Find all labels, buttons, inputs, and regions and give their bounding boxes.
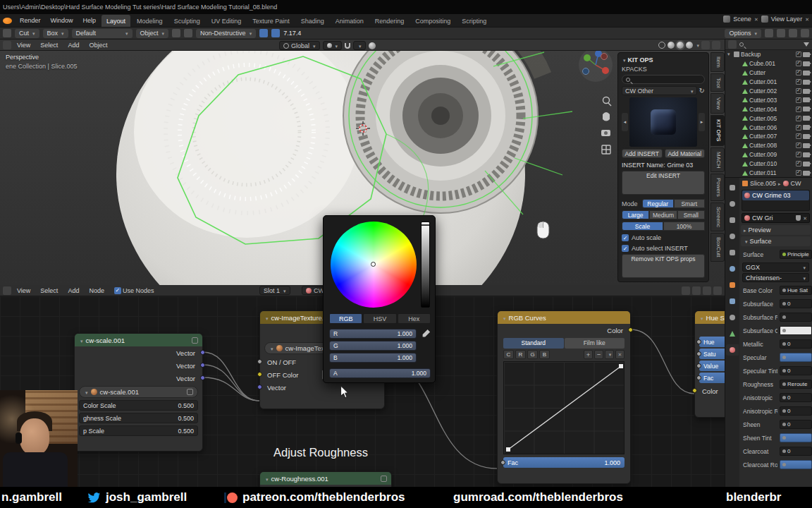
tab-physics[interactable] (726, 312, 739, 323)
unlink-icon[interactable] (803, 214, 807, 222)
snap-icon[interactable] (184, 29, 192, 37)
next-insert-button[interactable] (699, 113, 705, 131)
color-wheel-cursor[interactable] (371, 262, 376, 267)
exclude-checkbox[interactable] (796, 97, 801, 103)
exclude-checkbox[interactable] (796, 161, 801, 167)
menubar-menu[interactable]: Render (16, 17, 45, 24)
property-value[interactable]: 0 (780, 299, 812, 308)
workspace-tab[interactable]: Modeling (132, 15, 168, 27)
node-value-slider[interactable]: ghness Scale 0.500 (79, 413, 198, 423)
exclude-checkbox[interactable] (796, 79, 801, 85)
overlay-toggle-icon[interactable] (801, 29, 809, 37)
exclude-checkbox[interactable] (796, 52, 801, 57)
fac-input-socket[interactable] (500, 460, 505, 465)
outliner-item[interactable]: Cutter.001 (725, 78, 812, 87)
tab-object-data[interactable] (726, 328, 739, 339)
expand-arrow-icon[interactable] (727, 52, 732, 57)
kpack-dropdown[interactable]: CW Other (622, 86, 697, 95)
curve-channel-button[interactable]: B (539, 350, 550, 359)
vector-output-socket[interactable] (200, 363, 205, 368)
render-visibility-icon[interactable] (803, 171, 810, 176)
viewport-menu[interactable]: View (13, 42, 35, 49)
blender-logo-icon[interactable] (3, 18, 12, 24)
render-visibility-icon[interactable] (803, 71, 810, 75)
auto-scale-checkbox[interactable] (622, 234, 629, 241)
render-visibility-icon[interactable] (803, 97, 810, 102)
color-output-socket[interactable] (628, 327, 633, 332)
node-editor-menu[interactable]: Add (63, 287, 83, 294)
material-datablock-field[interactable]: CW Gri (742, 213, 810, 223)
snap-icon[interactable] (692, 286, 701, 295)
outliner-item[interactable]: Cube.001 (725, 59, 812, 68)
orientation-dropdown[interactable]: Object (136, 29, 169, 38)
menubar-menu[interactable]: Window (47, 17, 78, 24)
workspace-tab[interactable]: Shading (296, 15, 329, 27)
box-shape-button[interactable]: Box (43, 29, 68, 38)
node-cw-scale[interactable]: cw-scale.001 Vector Vector Vector (74, 333, 203, 452)
material-slot-list[interactable]: CW Grime 03 (742, 190, 810, 211)
render-visibility-icon[interactable] (803, 152, 810, 157)
add-insert-button[interactable]: Add INSERT (622, 149, 663, 158)
mode-option[interactable]: Smart (674, 199, 706, 208)
pivot-point-dropdown[interactable] (323, 41, 343, 50)
search-icon[interactable] (739, 42, 744, 47)
workspace-tab[interactable]: Layout (102, 15, 130, 27)
sidebar-tab[interactable]: BoxCutt (710, 233, 725, 261)
outliner-item[interactable]: Cutter.002 (725, 87, 812, 96)
surface-shader-button[interactable]: Principle (780, 250, 812, 259)
render-visibility-icon[interactable] (803, 162, 810, 167)
vector-output-socket[interactable] (200, 375, 205, 380)
transform-orientation-dropdown[interactable]: Global (279, 41, 320, 50)
edit-insert-button[interactable]: Edit INSERT (622, 171, 705, 195)
red-channel-slider[interactable]: R1.000 (329, 329, 417, 339)
tab-tool[interactable] (726, 182, 739, 193)
workspace-tab[interactable]: Rendering (370, 15, 410, 27)
tab-output[interactable] (726, 214, 739, 226)
fake-user-shield-icon[interactable] (796, 215, 801, 221)
property-value[interactable] (780, 326, 812, 335)
subsurface-method-dropdown[interactable]: Christensen- (742, 273, 809, 282)
sidebar-tab[interactable]: KIT OPS (710, 115, 725, 145)
collapse-icon[interactable] (622, 56, 626, 64)
tone-tab[interactable]: Film like (565, 338, 625, 349)
wireframe-shading-icon[interactable] (658, 42, 665, 49)
exclude-checkbox[interactable] (796, 61, 801, 66)
color-input-socket[interactable] (257, 372, 262, 377)
render-visibility-icon[interactable] (803, 61, 810, 66)
pivot-icon[interactable] (172, 29, 180, 37)
render-visibility-icon[interactable] (803, 134, 810, 139)
node-editor-menu[interactable]: Node (85, 287, 109, 294)
curve-channel-button[interactable]: G (527, 350, 538, 359)
color-mode-tab[interactable]: HSV (363, 313, 396, 324)
sidebar-tab[interactable]: View (710, 93, 725, 114)
editor-type-icon[interactable] (3, 41, 11, 49)
overlay-icon[interactable] (703, 286, 711, 295)
collapse-icon[interactable] (79, 337, 83, 344)
tab-object[interactable] (726, 279, 739, 291)
node-hue-saturation[interactable]: Hue S Hue Satu Value Fac (694, 310, 725, 418)
editor-type-icon[interactable] (3, 286, 11, 295)
curve-channel-button[interactable]: R (515, 350, 526, 359)
property-value[interactable]: 0 (780, 366, 812, 375)
exclude-checkbox[interactable] (796, 116, 801, 121)
value-input-socket[interactable] (696, 339, 701, 344)
editor-type-icon[interactable] (728, 40, 737, 49)
tab-world[interactable] (726, 263, 739, 274)
render-visibility-icon[interactable] (803, 89, 810, 94)
unlink-view-layer-icon[interactable] (805, 16, 809, 23)
color-mode-tab[interactable]: RGB (329, 313, 362, 324)
render-visibility-icon[interactable] (803, 143, 810, 148)
kpack-search-input[interactable] (622, 75, 705, 84)
outliner-item[interactable]: Cutter.008 (725, 141, 812, 150)
refresh-kpacks-icon[interactable] (699, 87, 705, 95)
property-value[interactable] (780, 353, 812, 362)
collapse-icon[interactable] (264, 314, 269, 322)
snap-magnet-icon[interactable] (345, 43, 350, 49)
preset-dropdown[interactable]: Default (72, 29, 133, 38)
property-value[interactable]: 0 (780, 406, 812, 416)
curve-channel-button[interactable]: C (503, 350, 514, 359)
exclude-checkbox[interactable] (796, 125, 801, 131)
value-slider[interactable] (421, 222, 430, 308)
tab-view-layer[interactable] (726, 231, 739, 242)
breadcrumb-object[interactable]: Slice.005 (750, 180, 776, 187)
